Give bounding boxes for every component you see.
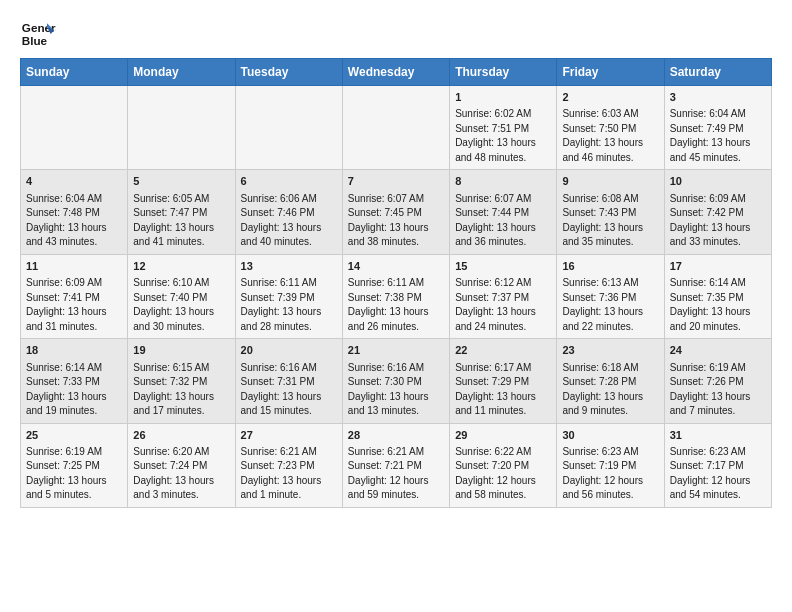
calendar-cell (342, 86, 449, 170)
calendar-cell: 20Sunrise: 6:16 AM Sunset: 7:31 PM Dayli… (235, 339, 342, 423)
cell-content: Sunrise: 6:07 AM Sunset: 7:45 PM Dayligh… (348, 192, 444, 250)
calendar-cell: 3Sunrise: 6:04 AM Sunset: 7:49 PM Daylig… (664, 86, 771, 170)
cell-content: Sunrise: 6:03 AM Sunset: 7:50 PM Dayligh… (562, 107, 658, 165)
day-number: 13 (241, 259, 337, 274)
cell-content: Sunrise: 6:17 AM Sunset: 7:29 PM Dayligh… (455, 361, 551, 419)
day-number: 29 (455, 428, 551, 443)
day-number: 7 (348, 174, 444, 189)
cell-content: Sunrise: 6:09 AM Sunset: 7:41 PM Dayligh… (26, 276, 122, 334)
cell-content: Sunrise: 6:11 AM Sunset: 7:38 PM Dayligh… (348, 276, 444, 334)
calendar-cell: 12Sunrise: 6:10 AM Sunset: 7:40 PM Dayli… (128, 254, 235, 338)
calendar-cell: 28Sunrise: 6:21 AM Sunset: 7:21 PM Dayli… (342, 423, 449, 507)
day-number: 1 (455, 90, 551, 105)
calendar-cell: 13Sunrise: 6:11 AM Sunset: 7:39 PM Dayli… (235, 254, 342, 338)
day-number: 12 (133, 259, 229, 274)
day-number: 10 (670, 174, 766, 189)
weekday-header-friday: Friday (557, 59, 664, 86)
calendar-cell: 14Sunrise: 6:11 AM Sunset: 7:38 PM Dayli… (342, 254, 449, 338)
calendar-cell: 19Sunrise: 6:15 AM Sunset: 7:32 PM Dayli… (128, 339, 235, 423)
calendar-cell: 22Sunrise: 6:17 AM Sunset: 7:29 PM Dayli… (450, 339, 557, 423)
calendar-week-row: 18Sunrise: 6:14 AM Sunset: 7:33 PM Dayli… (21, 339, 772, 423)
calendar-cell: 17Sunrise: 6:14 AM Sunset: 7:35 PM Dayli… (664, 254, 771, 338)
calendar-cell: 6Sunrise: 6:06 AM Sunset: 7:46 PM Daylig… (235, 170, 342, 254)
cell-content: Sunrise: 6:16 AM Sunset: 7:30 PM Dayligh… (348, 361, 444, 419)
calendar-week-row: 1Sunrise: 6:02 AM Sunset: 7:51 PM Daylig… (21, 86, 772, 170)
day-number: 21 (348, 343, 444, 358)
calendar-cell: 25Sunrise: 6:19 AM Sunset: 7:25 PM Dayli… (21, 423, 128, 507)
cell-content: Sunrise: 6:11 AM Sunset: 7:39 PM Dayligh… (241, 276, 337, 334)
cell-content: Sunrise: 6:13 AM Sunset: 7:36 PM Dayligh… (562, 276, 658, 334)
calendar-cell: 5Sunrise: 6:05 AM Sunset: 7:47 PM Daylig… (128, 170, 235, 254)
cell-content: Sunrise: 6:16 AM Sunset: 7:31 PM Dayligh… (241, 361, 337, 419)
cell-content: Sunrise: 6:05 AM Sunset: 7:47 PM Dayligh… (133, 192, 229, 250)
calendar-week-row: 11Sunrise: 6:09 AM Sunset: 7:41 PM Dayli… (21, 254, 772, 338)
calendar-cell: 29Sunrise: 6:22 AM Sunset: 7:20 PM Dayli… (450, 423, 557, 507)
calendar-cell: 9Sunrise: 6:08 AM Sunset: 7:43 PM Daylig… (557, 170, 664, 254)
day-number: 6 (241, 174, 337, 189)
calendar-cell: 16Sunrise: 6:13 AM Sunset: 7:36 PM Dayli… (557, 254, 664, 338)
day-number: 14 (348, 259, 444, 274)
calendar-cell: 8Sunrise: 6:07 AM Sunset: 7:44 PM Daylig… (450, 170, 557, 254)
logo-icon: General Blue (20, 16, 56, 52)
day-number: 17 (670, 259, 766, 274)
cell-content: Sunrise: 6:14 AM Sunset: 7:35 PM Dayligh… (670, 276, 766, 334)
calendar-cell: 30Sunrise: 6:23 AM Sunset: 7:19 PM Dayli… (557, 423, 664, 507)
day-number: 16 (562, 259, 658, 274)
calendar-cell: 2Sunrise: 6:03 AM Sunset: 7:50 PM Daylig… (557, 86, 664, 170)
cell-content: Sunrise: 6:12 AM Sunset: 7:37 PM Dayligh… (455, 276, 551, 334)
calendar-cell (128, 86, 235, 170)
calendar-cell: 31Sunrise: 6:23 AM Sunset: 7:17 PM Dayli… (664, 423, 771, 507)
calendar-week-row: 4Sunrise: 6:04 AM Sunset: 7:48 PM Daylig… (21, 170, 772, 254)
calendar-cell: 27Sunrise: 6:21 AM Sunset: 7:23 PM Dayli… (235, 423, 342, 507)
logo: General Blue (20, 16, 60, 52)
day-number: 26 (133, 428, 229, 443)
calendar-cell: 15Sunrise: 6:12 AM Sunset: 7:37 PM Dayli… (450, 254, 557, 338)
day-number: 27 (241, 428, 337, 443)
cell-content: Sunrise: 6:10 AM Sunset: 7:40 PM Dayligh… (133, 276, 229, 334)
calendar-cell: 23Sunrise: 6:18 AM Sunset: 7:28 PM Dayli… (557, 339, 664, 423)
weekday-header-sunday: Sunday (21, 59, 128, 86)
day-number: 20 (241, 343, 337, 358)
cell-content: Sunrise: 6:19 AM Sunset: 7:26 PM Dayligh… (670, 361, 766, 419)
cell-content: Sunrise: 6:23 AM Sunset: 7:19 PM Dayligh… (562, 445, 658, 503)
calendar-cell (235, 86, 342, 170)
weekday-header-saturday: Saturday (664, 59, 771, 86)
day-number: 25 (26, 428, 122, 443)
cell-content: Sunrise: 6:23 AM Sunset: 7:17 PM Dayligh… (670, 445, 766, 503)
calendar-cell: 10Sunrise: 6:09 AM Sunset: 7:42 PM Dayli… (664, 170, 771, 254)
weekday-header-monday: Monday (128, 59, 235, 86)
day-number: 4 (26, 174, 122, 189)
day-number: 18 (26, 343, 122, 358)
day-number: 3 (670, 90, 766, 105)
cell-content: Sunrise: 6:08 AM Sunset: 7:43 PM Dayligh… (562, 192, 658, 250)
cell-content: Sunrise: 6:07 AM Sunset: 7:44 PM Dayligh… (455, 192, 551, 250)
day-number: 11 (26, 259, 122, 274)
calendar-cell: 18Sunrise: 6:14 AM Sunset: 7:33 PM Dayli… (21, 339, 128, 423)
calendar-cell: 24Sunrise: 6:19 AM Sunset: 7:26 PM Dayli… (664, 339, 771, 423)
day-number: 30 (562, 428, 658, 443)
day-number: 24 (670, 343, 766, 358)
svg-text:Blue: Blue (22, 34, 48, 47)
cell-content: Sunrise: 6:21 AM Sunset: 7:21 PM Dayligh… (348, 445, 444, 503)
calendar-cell: 26Sunrise: 6:20 AM Sunset: 7:24 PM Dayli… (128, 423, 235, 507)
cell-content: Sunrise: 6:02 AM Sunset: 7:51 PM Dayligh… (455, 107, 551, 165)
calendar-cell: 21Sunrise: 6:16 AM Sunset: 7:30 PM Dayli… (342, 339, 449, 423)
cell-content: Sunrise: 6:04 AM Sunset: 7:49 PM Dayligh… (670, 107, 766, 165)
calendar-cell: 11Sunrise: 6:09 AM Sunset: 7:41 PM Dayli… (21, 254, 128, 338)
day-number: 28 (348, 428, 444, 443)
day-number: 23 (562, 343, 658, 358)
calendar-cell (21, 86, 128, 170)
weekday-header-thursday: Thursday (450, 59, 557, 86)
day-number: 15 (455, 259, 551, 274)
cell-content: Sunrise: 6:09 AM Sunset: 7:42 PM Dayligh… (670, 192, 766, 250)
cell-content: Sunrise: 6:04 AM Sunset: 7:48 PM Dayligh… (26, 192, 122, 250)
cell-content: Sunrise: 6:14 AM Sunset: 7:33 PM Dayligh… (26, 361, 122, 419)
calendar-table: SundayMondayTuesdayWednesdayThursdayFrid… (20, 58, 772, 508)
day-number: 8 (455, 174, 551, 189)
cell-content: Sunrise: 6:15 AM Sunset: 7:32 PM Dayligh… (133, 361, 229, 419)
cell-content: Sunrise: 6:06 AM Sunset: 7:46 PM Dayligh… (241, 192, 337, 250)
weekday-header-wednesday: Wednesday (342, 59, 449, 86)
day-number: 31 (670, 428, 766, 443)
calendar-cell: 7Sunrise: 6:07 AM Sunset: 7:45 PM Daylig… (342, 170, 449, 254)
header: General Blue (20, 16, 772, 52)
